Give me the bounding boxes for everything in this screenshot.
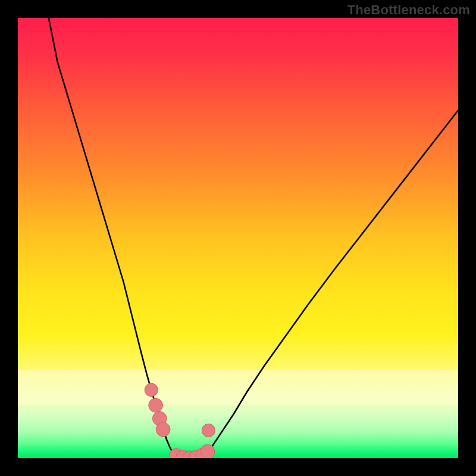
pale-band [18, 370, 458, 405]
marker-dot [149, 398, 163, 412]
watermark-label: TheBottleneck.com [347, 2, 470, 18]
marker-dot [145, 383, 158, 396]
chart-frame: TheBottleneck.com [0, 0, 476, 476]
marker-dot [201, 444, 215, 458]
plot-svg [18, 18, 458, 458]
marker-dot [202, 424, 215, 437]
plot-area [18, 18, 458, 458]
marker-dot [156, 422, 170, 437]
